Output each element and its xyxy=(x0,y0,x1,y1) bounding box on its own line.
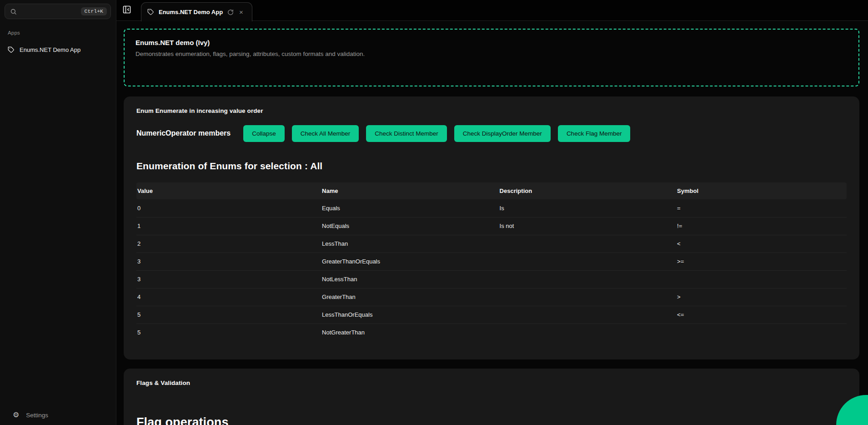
cell-description xyxy=(499,288,677,306)
cell-value: 3 xyxy=(136,253,321,270)
settings-label: Settings xyxy=(26,412,48,419)
cell-name: LessThanOrEquals xyxy=(321,306,499,324)
cell-symbol: = xyxy=(676,199,847,217)
cell-description xyxy=(499,306,677,324)
cell-symbol: > xyxy=(676,288,847,306)
close-tab-icon[interactable]: × xyxy=(239,9,243,15)
tab-enums-demo-app[interactable]: Enums.NET Demo App × xyxy=(141,2,252,21)
column-header-value: Value xyxy=(136,182,321,199)
enum-enumerate-card: Enum Enumerate in increasing value order… xyxy=(124,96,859,359)
tab-bar: Enums.NET Demo App × xyxy=(116,0,868,21)
table-row: 5 NotGreaterThan xyxy=(136,324,847,341)
flag-operations-heading: Flag operations xyxy=(136,415,847,425)
cell-value: 0 xyxy=(136,199,321,217)
app-window: Ctrl+K Apps Enums.NET Demo App ⚙ Setting… xyxy=(0,0,868,425)
cell-description xyxy=(499,270,677,288)
check-all-member-button[interactable]: Check All Member xyxy=(292,125,359,142)
cell-symbol: != xyxy=(676,217,847,235)
table-row: 3 NotLessThan xyxy=(136,270,847,288)
cell-symbol: >= xyxy=(676,253,847,270)
cell-description xyxy=(499,324,677,341)
table-row: 5 LessThanOrEquals <= xyxy=(136,306,847,324)
collapse-sidebar-icon[interactable] xyxy=(122,5,131,14)
cell-name: GreaterThan xyxy=(321,288,499,306)
refresh-icon[interactable] xyxy=(227,9,234,15)
settings-button[interactable]: ⚙ Settings xyxy=(13,411,48,419)
tab-label: Enums.NET Demo App xyxy=(159,9,223,15)
cell-symbol: <= xyxy=(676,306,847,324)
cell-value: 5 xyxy=(136,306,321,324)
tag-icon xyxy=(8,46,15,53)
column-header-name: Name xyxy=(321,182,499,199)
sidebar-item-enums-demo-app[interactable]: Enums.NET Demo App xyxy=(0,43,116,56)
gear-icon: ⚙ xyxy=(13,411,19,419)
column-header-description: Description xyxy=(499,182,677,199)
table-row: 4 GreaterThan > xyxy=(136,288,847,306)
sidebar-item-label: Enums.NET Demo App xyxy=(20,46,80,53)
cell-name: NotGreaterThan xyxy=(321,324,499,341)
enumeration-heading: Enumeration of Enums for selection : All xyxy=(136,161,847,172)
cell-value: 5 xyxy=(136,324,321,341)
apps-section-label: Apps xyxy=(8,30,20,35)
cell-description xyxy=(499,235,677,253)
hero-subtitle: Demonstrates enumeration, flags, parsing… xyxy=(135,51,848,57)
cell-description xyxy=(499,253,677,270)
cell-name: Equals xyxy=(321,199,499,217)
cell-value: 4 xyxy=(136,288,321,306)
flags-validation-card: Flags & Validation Flag operations xyxy=(124,369,859,425)
members-row: NumericOperator members Collapse Check A… xyxy=(136,125,847,142)
check-flag-member-button[interactable]: Check Flag Member xyxy=(558,125,631,142)
search-shortcut-badge: Ctrl+K xyxy=(81,7,107,15)
search-icon xyxy=(10,8,17,15)
app-description-card: Enums.NET demo (Ivy) Demonstrates enumer… xyxy=(124,29,859,86)
cell-symbol xyxy=(676,270,847,288)
check-distinct-member-button[interactable]: Check Distinct Member xyxy=(366,125,447,142)
hero-title: Enums.NET demo (Ivy) xyxy=(135,39,848,46)
members-label: NumericOperator members xyxy=(136,129,231,137)
cell-value: 1 xyxy=(136,217,321,235)
cell-name: NotLessThan xyxy=(321,270,499,288)
table-row: 0 Equals Is = xyxy=(136,199,847,217)
column-header-symbol: Symbol xyxy=(676,182,847,199)
cell-symbol xyxy=(676,324,847,341)
sidebar: Ctrl+K Apps Enums.NET Demo App ⚙ Setting… xyxy=(0,0,116,425)
cell-name: NotEquals xyxy=(321,217,499,235)
cell-value: 3 xyxy=(136,270,321,288)
page-content: Enums.NET demo (Ivy) Demonstrates enumer… xyxy=(116,21,868,425)
cell-description: Is not xyxy=(499,217,677,235)
enum-card-title: Enum Enumerate in increasing value order xyxy=(136,107,847,114)
cell-symbol: < xyxy=(676,235,847,253)
collapse-button[interactable]: Collapse xyxy=(243,125,285,142)
table-row: 1 NotEquals Is not != xyxy=(136,217,847,235)
main-area: Enums.NET Demo App × Enums.NET demo (Ivy… xyxy=(116,0,868,425)
tag-icon xyxy=(147,9,154,15)
table-row: 2 LessThan < xyxy=(136,235,847,253)
enum-table: Value Name Description Symbol 0 Equals I… xyxy=(136,182,847,341)
check-displayorder-member-button[interactable]: Check DisplayOrder Member xyxy=(454,125,551,142)
cell-description: Is xyxy=(499,199,677,217)
search-input[interactable]: Ctrl+K xyxy=(5,4,111,19)
table-row: 3 GreaterThanOrEquals >= xyxy=(136,253,847,270)
cell-name: LessThan xyxy=(321,235,499,253)
cell-value: 2 xyxy=(136,235,321,253)
table-header-row: Value Name Description Symbol xyxy=(136,182,847,199)
flags-card-title: Flags & Validation xyxy=(136,379,847,386)
cell-name: GreaterThanOrEquals xyxy=(321,253,499,270)
